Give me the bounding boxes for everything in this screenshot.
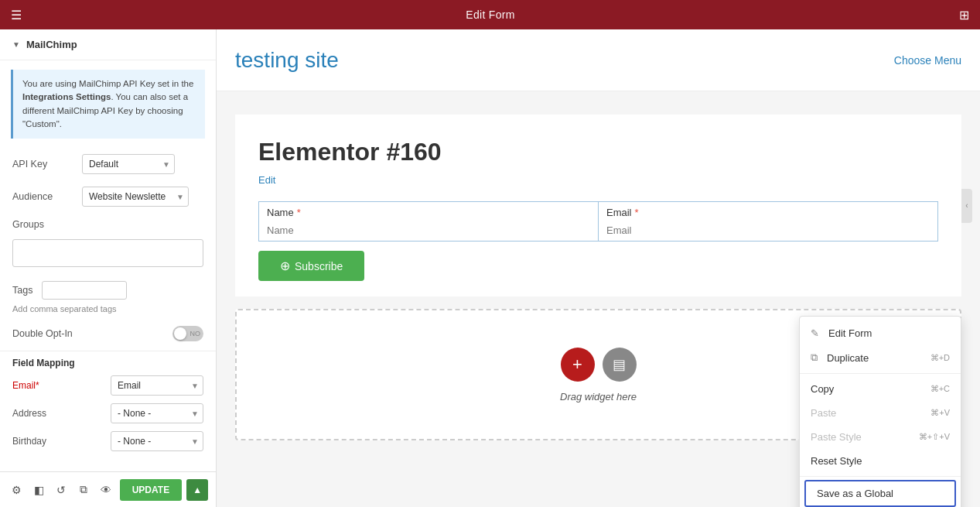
address-mapping-row: Address - None - ▼ [0, 399, 216, 427]
info-text-1: You are using MailChimp API Key set in t… [22, 79, 193, 88]
api-key-select-wrapper: Default Custom ▼ [82, 154, 175, 174]
sidebar: ▼ MailChimp You are using MailChimp API … [0, 29, 217, 507]
name-required-star: * [297, 207, 301, 218]
api-key-label: API Key [12, 159, 82, 170]
settings-icon[interactable]: ⚙ [8, 479, 26, 501]
widget-title: Elementor #160 [258, 138, 938, 166]
audience-select-wrapper: Website Newslette ▼ [82, 187, 189, 207]
drop-buttons: + ▤ [561, 348, 637, 382]
ctx-duplicate[interactable]: ⧉ Duplicate ⌘+D [800, 345, 961, 370]
groups-row: Groups [0, 213, 216, 236]
drop-folder-button[interactable]: ▤ [603, 348, 637, 382]
chevron-down-icon: ▼ [12, 40, 20, 49]
tags-label: Tags [12, 285, 32, 296]
collapse-handle[interactable]: ‹ [961, 189, 972, 223]
email-input[interactable] [599, 220, 937, 241]
drop-add-button[interactable]: + [561, 348, 595, 382]
mailchimp-section-header[interactable]: ▼ MailChimp [0, 29, 216, 60]
api-key-field: Default Custom ▼ [82, 154, 203, 174]
email-mapping-select-wrapper: Email ▼ [111, 375, 203, 396]
form-row: Name * Email * [258, 201, 938, 242]
canvas-area: testing site Choose Menu Elementor #160 … [217, 29, 980, 507]
ctx-divider-2 [800, 476, 961, 477]
birthday-mapping-label: Birthday [12, 436, 67, 447]
tags-hint: Add comma separated tags [0, 304, 216, 320]
history-icon[interactable]: ↺ [53, 479, 70, 501]
ctx-paste-shortcut: ⌘+V [930, 408, 950, 418]
ctx-save-global[interactable]: Save as a Global [804, 480, 956, 507]
bottom-bar: ⚙ ◧ ↺ ⧉ 👁 UPDATE ▲ [0, 471, 216, 507]
ctx-copy[interactable]: Copy ⌘+C [800, 377, 961, 401]
birthday-mapping-select[interactable]: - None - [111, 431, 203, 451]
name-input[interactable] [259, 220, 598, 241]
site-title: testing site [235, 48, 339, 73]
update-button[interactable]: UPDATE [120, 479, 182, 501]
sidebar-content: ▼ MailChimp You are using MailChimp API … [0, 29, 216, 471]
widget-area: Elementor #160 Edit Name * Email * [235, 115, 961, 296]
ctx-paste: Paste ⌘+V [800, 401, 961, 425]
ctx-duplicate-shortcut: ⌘+D [930, 353, 950, 363]
top-bar: ☰ Edit Form ⊞ [0, 0, 980, 29]
api-key-select[interactable]: Default Custom [82, 154, 175, 174]
audience-label: Audience [12, 191, 82, 202]
groups-area [0, 236, 216, 276]
tags-row: Tags [0, 276, 216, 304]
grid-icon[interactable]: ⊞ [959, 8, 969, 22]
choose-menu-button[interactable]: Choose Menu [894, 54, 961, 67]
layers-icon[interactable]: ◧ [30, 479, 48, 501]
email-mapping-label: Email* [12, 380, 67, 391]
audience-field: Website Newslette ▼ [82, 187, 203, 207]
toggle-no-label: NO [190, 330, 201, 337]
ctx-paste-style: Paste Style ⌘+⇧+V [800, 425, 961, 449]
email-mapping-select[interactable]: Email [111, 375, 203, 396]
groups-input[interactable] [12, 239, 203, 267]
subscribe-button[interactable]: ⊕ Subscribe [258, 251, 364, 281]
canvas-header: testing site Choose Menu [217, 29, 980, 91]
address-mapping-select-wrapper: - None - ▼ [111, 403, 203, 423]
ctx-reset-style-label: Reset Style [811, 455, 862, 467]
ctx-edit-form[interactable]: ✎ Edit Form [800, 321, 961, 345]
birthday-mapping-select-wrapper: - None - ▼ [111, 431, 203, 451]
main-layout: ▼ MailChimp You are using MailChimp API … [0, 29, 980, 507]
preview-icon[interactable]: 👁 [97, 479, 115, 501]
ctx-paste-style-label: Paste Style [811, 431, 862, 443]
birthday-mapping-row: Birthday - None - ▼ [0, 427, 216, 455]
email-required-star: * [36, 380, 39, 391]
audience-row: Audience Website Newslette ▼ [0, 180, 216, 213]
form-email-label: Email * [599, 202, 937, 220]
address-mapping-label: Address [12, 408, 67, 419]
toggle-knob [174, 327, 186, 340]
ctx-edit-form-label: Edit Form [828, 327, 872, 339]
edit-form-icon: ✎ [811, 327, 819, 339]
form-name-label: Name * [259, 202, 598, 220]
duplicate-ctx-icon: ⧉ [811, 351, 818, 364]
info-box: You are using MailChimp API Key set in t… [11, 70, 205, 139]
ctx-paste-label: Paste [811, 407, 836, 419]
info-bold: Integrations Settings [22, 92, 111, 101]
subscribe-icon: ⊕ [280, 259, 290, 273]
context-menu: ✎ Edit Form ⧉ Duplicate ⌘+D Copy [799, 316, 961, 507]
audience-select[interactable]: Website Newslette [82, 187, 189, 207]
double-optin-row: Double Opt-In NO [0, 320, 216, 348]
groups-label: Groups [12, 219, 82, 230]
double-optin-toggle[interactable]: NO [172, 326, 203, 341]
duplicate-icon[interactable]: ⧉ [75, 479, 93, 501]
api-key-row: API Key Default Custom ▼ [0, 148, 216, 180]
tags-input[interactable] [42, 281, 127, 300]
edit-link[interactable]: Edit [258, 174, 275, 186]
ctx-reset-style[interactable]: Reset Style [800, 449, 961, 473]
ctx-paste-style-shortcut: ⌘+⇧+V [919, 432, 950, 442]
ctx-copy-label: Copy [811, 383, 834, 395]
menu-icon[interactable]: ☰ [11, 8, 22, 22]
drop-text: Drag widget here [560, 391, 637, 403]
ctx-copy-shortcut: ⌘+C [930, 384, 950, 394]
double-optin-label: Double Opt-In [12, 328, 73, 339]
ctx-duplicate-label: Duplicate [827, 352, 869, 364]
update-arrow-button[interactable]: ▲ [186, 479, 208, 501]
subscribe-label: Subscribe [295, 260, 343, 272]
mailchimp-label: MailChimp [26, 39, 77, 50]
field-mapping-label: Field Mapping [0, 351, 216, 372]
address-mapping-select[interactable]: - None - [111, 403, 203, 423]
canvas-content: Elementor #160 Edit Name * Email * [217, 91, 980, 507]
form-name-field: Name * [259, 202, 598, 241]
